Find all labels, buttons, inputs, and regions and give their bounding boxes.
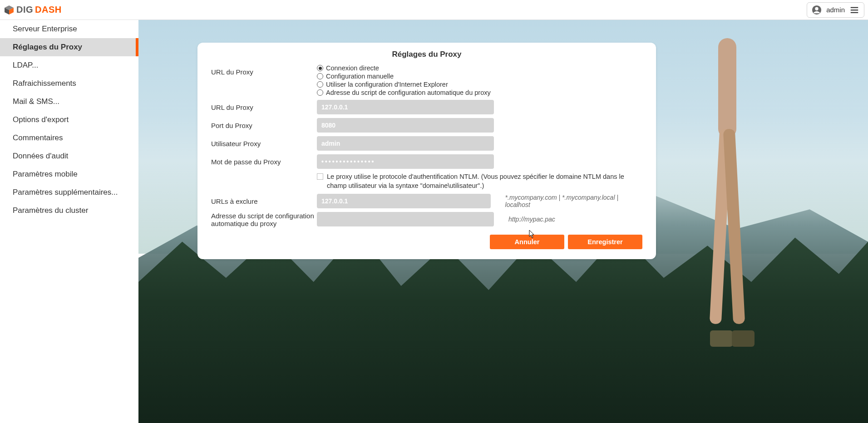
app-header: DIGDASH admin [0,0,868,20]
sidebar-item-label: Rafraichissements [13,79,76,88]
sidebar-item-label: Réglages du Proxy [13,43,82,51]
sidebar-item-label: Paramètres du cluster [13,206,88,215]
sidebar-item-proxy-settings[interactable]: Réglages du Proxy [0,38,138,56]
user-avatar-icon [812,5,822,15]
radio-label: Utiliser la configuration d'Internet Exp… [326,81,448,88]
label-proxy-url: URL du Proxy [211,103,317,111]
sidebar-item-audit-data[interactable]: Données d'audit [0,147,138,165]
sidebar-item-enterprise-server[interactable]: Serveur Enterprise [0,20,138,38]
svg-rect-7 [851,12,858,13]
proxy-settings-card: Réglages du Proxy URL du Proxy Connexion… [197,43,656,259]
label-proxy-port: Port du Proxy [211,122,317,129]
label-pac-address: Adresse du script de configuration autom… [211,212,317,227]
sidebar-item-cluster-params[interactable]: Paramètres du cluster [0,202,138,220]
proxy-user-input[interactable] [317,136,494,151]
proxy-port-input[interactable] [317,118,494,133]
row-proxy-password: Mot de passe du Proxy [211,154,642,169]
radio-label: Configuration manuelle [326,73,394,80]
sidebar-item-label: Mail & SMS... [13,97,59,106]
label-urls-exclude: URLs à exclure [211,197,317,205]
radio-icon [317,65,323,71]
sidebar-item-additional-params[interactable]: Paramètres supplémentaires... [0,183,138,202]
sidebar-item-label: Options d'export [13,115,69,124]
pac-address-input[interactable] [317,212,494,226]
row-proxy-url: URL du Proxy [211,100,642,114]
svg-point-4 [815,7,818,10]
svg-rect-6 [851,10,858,10]
row-pac-address: Adresse du script de configuration autom… [211,212,642,227]
row-urls-exclude: URLs à exclure *.mycompany.com | *.mycom… [211,194,642,208]
brand-text-suffix: DASH [35,5,62,15]
card-title: Réglages du Proxy [211,50,642,59]
sidebar-item-mail-sms[interactable]: Mail & SMS... [0,93,138,111]
radio-icon [317,89,323,96]
sidebar-item-label: Serveur Enterprise [13,25,77,33]
sidebar: Serveur Enterprise Réglages du Proxy LDA… [0,20,138,423]
content-area: Réglages du Proxy URL du Proxy Connexion… [138,20,868,423]
sidebar-item-mobile-params[interactable]: Paramètres mobile [0,165,138,183]
radio-label: Connexion directe [326,64,379,72]
sidebar-item-ldap[interactable]: LDAP... [0,56,138,74]
radio-option-manual[interactable]: Configuration manuelle [317,73,642,80]
card-actions: Annuler Enregistrer [211,235,642,249]
user-name-label: admin [826,6,845,14]
radio-option-ie[interactable]: Utiliser la configuration d'Internet Exp… [317,81,642,88]
proxy-mode-radio-group: Connexion directe Configuration manuelle… [317,64,642,96]
radio-icon [317,73,323,79]
sidebar-item-label: Paramètres supplémentaires... [13,188,118,197]
row-proxy-port: Port du Proxy [211,118,642,133]
row-ntlm: Le proxy utilise le protocole d'authenti… [211,172,642,190]
label-proxy-user: Utilisateur Proxy [211,140,317,148]
label-proxy-mode: URL du Proxy [211,64,317,76]
sidebar-item-comments[interactable]: Commentaires [0,129,138,147]
pac-hint: http://mypac.pac [508,216,555,223]
cancel-button[interactable]: Annuler [490,235,564,249]
proxy-url-input[interactable] [317,100,494,114]
radio-option-pac[interactable]: Adresse du script de configuration autom… [317,89,642,96]
sidebar-item-label: Données d'audit [13,152,68,160]
urls-exclude-hint: *.mycompany.com | *.mycompany.local | lo… [505,194,642,208]
sidebar-item-label: Paramètres mobile [13,170,78,178]
sidebar-item-label: LDAP... [13,61,38,69]
radio-option-direct[interactable]: Connexion directe [317,64,642,72]
brand-logo: DIGDASH [4,5,62,15]
checkbox-icon [317,173,323,180]
svg-rect-5 [851,7,858,8]
row-proxy-mode: URL du Proxy Connexion directe Configura… [211,64,642,96]
sidebar-item-label: Commentaires [13,133,63,142]
ntlm-checkbox-label: Le proxy utilise le protocole d'authenti… [327,172,642,190]
radio-icon [317,81,323,88]
label-proxy-password: Mot de passe du Proxy [211,158,317,166]
logo-cube-icon [4,5,15,15]
hamburger-menu-icon[interactable] [849,5,859,15]
proxy-password-input[interactable] [317,154,494,169]
ntlm-checkbox-row[interactable]: Le proxy utilise le protocole d'authenti… [317,172,642,190]
urls-exclude-input[interactable] [317,194,491,208]
save-button[interactable]: Enregistrer [568,235,642,249]
row-proxy-user: Utilisateur Proxy [211,136,642,151]
radio-label: Adresse du script de configuration autom… [326,89,491,96]
brand-text-prefix: DIG [16,5,33,15]
sidebar-item-refreshes[interactable]: Rafraichissements [0,74,138,93]
main-layout: Serveur Enterprise Réglages du Proxy LDA… [0,20,868,423]
user-menu[interactable]: admin [807,2,864,18]
sidebar-item-export-options[interactable]: Options d'export [0,111,138,129]
